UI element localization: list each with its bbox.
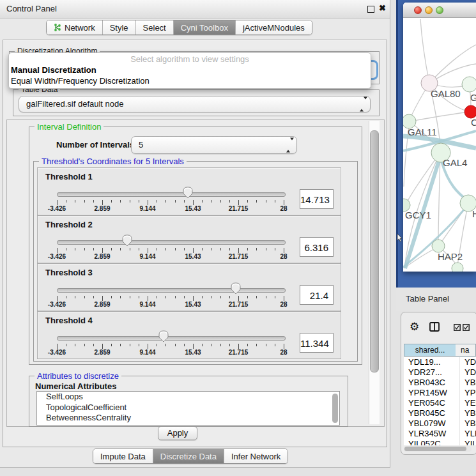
attribute-item[interactable]: TopologicalCoefficient (37, 403, 339, 413)
table-row[interactable]: YDL19...YDL1 (404, 357, 476, 367)
cell-shared-name[interactable]: YER054C (404, 398, 459, 408)
cell-shared-name[interactable]: YBR045C (404, 408, 459, 418)
slider-tick-label: 15.43 (185, 301, 201, 308)
tab-network[interactable]: Network (47, 20, 102, 35)
slider-tick-label: 28 (280, 349, 287, 356)
split-columns-icon[interactable] (429, 322, 440, 332)
cell-name[interactable]: YPR1 (459, 388, 476, 398)
tab-impute-data[interactable]: Impute Data (93, 449, 153, 463)
cell-shared-name[interactable]: YIL052C (404, 439, 459, 445)
node-clipped-bottom[interactable] (452, 263, 463, 272)
table-row[interactable]: YLR345WYLR3 (404, 429, 476, 439)
tab-style[interactable]: Style (102, 20, 135, 35)
table-hscrollbar-thumb[interactable] (404, 447, 466, 451)
table-row[interactable]: YIL052CYIL0 (404, 439, 476, 445)
screenshot-root: Control Panel ✖ Network Style (0, 0, 476, 476)
num-intervals-combo[interactable]: 5 (131, 136, 297, 154)
settings-scrollbar-thumb[interactable] (370, 130, 379, 372)
threshold-slider-track[interactable] (57, 192, 286, 197)
column-header-shared[interactable]: shared... (404, 344, 456, 357)
threshold-slider-thumb[interactable] (183, 187, 193, 199)
threshold-value-field[interactable]: 21.4 (300, 285, 334, 305)
attribute-item[interactable]: BetweennessCentrality (37, 413, 339, 424)
threshold-slider-track[interactable] (57, 336, 286, 341)
cell-name[interactable]: YDL1 (459, 357, 476, 367)
tab-jactivemnodules[interactable]: jActiveMNodules (235, 20, 312, 35)
tab-discretize-data[interactable]: Discretize Data (153, 449, 224, 463)
network-window-titlebar[interactable] (403, 3, 476, 18)
threshold-slider-thumb[interactable] (158, 330, 169, 342)
cell-shared-name[interactable]: YPR145W (404, 388, 459, 398)
dropdown-option-manual[interactable]: Manual Discretization (11, 65, 96, 75)
float-icon[interactable] (367, 6, 374, 13)
table-data-groupbox: Table Data galFiltered.sif default node (13, 89, 380, 116)
node-label-gal11: GAL11 (408, 127, 437, 137)
cell-shared-name[interactable]: YBR043C (404, 378, 459, 388)
tab-infer-network[interactable]: Infer Network (224, 449, 288, 463)
network-canvas[interactable]: GAL80 GA C GAL11 GAL4 GCY1 H HAP2 (403, 18, 476, 272)
slider-tick-label: 15.43 (185, 349, 201, 356)
node-label-hap2: HAP2 (438, 251, 463, 262)
threshold-value-field[interactable]: 6.316 (300, 237, 334, 257)
cell-name[interactable]: YLR3 (459, 429, 476, 439)
table-row[interactable]: YBL079WYBL0 (404, 418, 476, 429)
table-data-combo[interactable]: galFiltered.sif default node (19, 96, 371, 112)
node-clipped-top[interactable] (462, 77, 476, 92)
cell-shared-name[interactable]: YLR345W (404, 429, 459, 439)
cell-shared-name[interactable]: YBL079W (404, 418, 459, 429)
cell-name[interactable]: YDR2 (459, 367, 476, 378)
node-label-clipped-h: H (472, 208, 476, 219)
table-row[interactable]: YBR043CYBR0 (404, 378, 476, 388)
table-rows[interactable]: YDL19...YDL1YDR27...YDR2YBR043CYBR0YPR14… (404, 357, 476, 445)
threshold-slider-track[interactable] (57, 240, 286, 245)
cell-name[interactable]: YBR0 (459, 378, 476, 388)
close-icon[interactable]: ✖ (379, 3, 386, 13)
node-label-gcy1: GCY1 (405, 210, 431, 220)
minimize-light[interactable] (425, 6, 433, 14)
node-label-gal4: GAL4 (443, 157, 467, 168)
threshold-value-field[interactable]: 14.713 (300, 189, 334, 209)
node-highlighted-red[interactable] (464, 105, 476, 118)
cell-name[interactable]: YIL0 (459, 439, 476, 445)
table-row[interactable]: YER054CYER0 (404, 398, 476, 408)
settings-scrollbar-track[interactable] (369, 121, 380, 424)
threshold-slider-thumb[interactable] (122, 234, 132, 247)
attributes-group-label: Attributes to discretize (35, 371, 121, 381)
slider-tick-label: 28 (280, 253, 287, 260)
cell-name[interactable]: YER0 (459, 398, 476, 408)
cell-shared-name[interactable]: YDR27... (404, 367, 459, 378)
threshold-slider-thumb[interactable] (231, 282, 241, 295)
table-row[interactable]: YDR27...YDR2 (404, 367, 476, 378)
tab-label: Style (110, 23, 128, 33)
num-intervals-label: Number of Intervals (56, 140, 134, 150)
apply-button[interactable]: Apply (158, 426, 197, 440)
close-light[interactable] (414, 6, 422, 14)
settings-gear-icon[interactable]: ⚙ (410, 320, 419, 334)
threshold-slider-track[interactable] (57, 288, 286, 293)
top-tab-bar: Network Style Select (46, 20, 312, 35)
dropdown-hint: Select algorithm to view settings (9, 54, 371, 64)
tab-label: Select (143, 23, 166, 33)
column-header-name[interactable]: na (456, 344, 476, 357)
cell-name[interactable]: YBR0 (459, 408, 476, 418)
dropdown-option-equal-width[interactable]: Equal Width/Frequency Discretization (11, 76, 150, 86)
tab-cyni-toolbox[interactable]: Cyni Toolbox (173, 20, 235, 35)
slider-tick-label: 21.715 (229, 205, 249, 212)
cell-name[interactable]: YBL0 (459, 418, 476, 429)
table-row[interactable]: YPR145WYPR1 (404, 388, 476, 398)
checkbox-icon[interactable] (454, 324, 461, 331)
table-row[interactable]: YBR045CYBR0 (404, 408, 476, 418)
attribute-item[interactable]: SelfLoops (37, 392, 339, 403)
zoom-light[interactable] (436, 6, 443, 14)
node-hap2[interactable] (432, 240, 445, 252)
numerical-attributes-list[interactable]: SelfLoopsTopologicalCoefficientBetweenne… (36, 391, 340, 426)
mouse-cursor (397, 234, 403, 242)
checkbox-icon[interactable] (463, 324, 470, 331)
threshold-value-field[interactable]: 11.344 (300, 333, 334, 353)
list-scrollbar-thumb[interactable] (332, 394, 338, 423)
tab-select[interactable]: Select (135, 20, 173, 35)
table-hscrollbar-track[interactable] (404, 446, 472, 452)
cell-shared-name[interactable]: YDL19... (404, 357, 459, 367)
table-panel-title: Table Panel (406, 294, 449, 303)
stepper-arrows-icon (360, 100, 364, 109)
